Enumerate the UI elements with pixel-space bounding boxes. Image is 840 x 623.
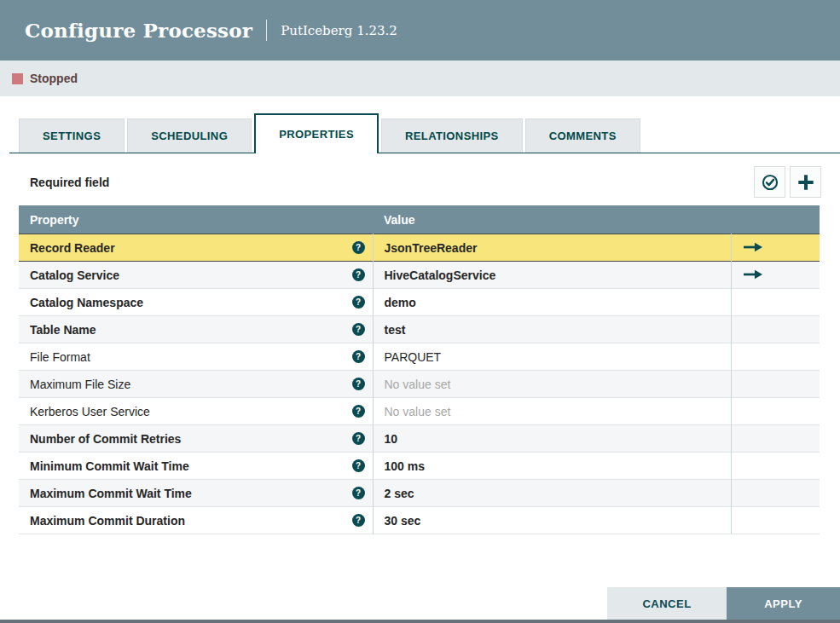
property-value-cell[interactable]: demo xyxy=(373,289,731,316)
property-value: 2 sec xyxy=(374,487,414,500)
property-name-cell: Catalog Service? xyxy=(19,262,373,289)
property-row[interactable]: Maximum File Size?No value set xyxy=(19,371,820,398)
property-value-cell[interactable]: 10 xyxy=(373,425,731,453)
property-value: PARQUET xyxy=(374,350,442,364)
help-icon[interactable]: ? xyxy=(352,241,365,254)
property-name: Maximum Commit Wait Time xyxy=(30,487,192,500)
goto-service-button[interactable] xyxy=(732,241,820,255)
property-row[interactable]: Maximum Commit Wait Time?2 sec xyxy=(19,480,820,507)
properties-table: Property Value Record Reader?JsonTreeRea… xyxy=(19,205,820,534)
help-icon[interactable]: ? xyxy=(352,323,365,336)
property-name: Table Name xyxy=(30,323,96,337)
property-value: 10 xyxy=(374,432,398,446)
cancel-button[interactable]: CANCEL xyxy=(607,587,727,620)
help-icon[interactable]: ? xyxy=(352,487,365,499)
value-column-header: Value xyxy=(373,205,731,234)
goto-cell xyxy=(731,398,820,425)
property-value-cell[interactable]: JsonTreeReader xyxy=(373,234,731,262)
dialog-content: SETTINGSSCHEDULINGPROPERTIESRELATIONSHIP… xyxy=(0,113,840,534)
property-name: Number of Commit Retries xyxy=(30,432,181,446)
help-icon[interactable]: ? xyxy=(352,432,365,445)
help-icon[interactable]: ? xyxy=(352,514,365,527)
property-value-cell[interactable]: No value set xyxy=(373,398,731,425)
property-name-cell: Maximum Commit Wait Time? xyxy=(19,480,373,507)
processor-type-version: PutIceberg 1.23.2 xyxy=(281,23,397,38)
footer-buttons: CANCEL APPLY xyxy=(607,587,840,620)
property-value: HiveCatalogService xyxy=(374,268,496,282)
property-value: 30 sec xyxy=(374,514,421,528)
property-name-cell: Minimum Commit Wait Time? xyxy=(19,453,373,480)
help-icon[interactable]: ? xyxy=(352,459,365,472)
goto-cell xyxy=(731,453,820,480)
goto-service-button[interactable] xyxy=(732,268,820,282)
property-value: 100 ms xyxy=(374,459,425,473)
tab-scheduling[interactable]: SCHEDULING xyxy=(127,118,252,153)
tab-label: RELATIONSHIPS xyxy=(405,130,499,142)
property-row[interactable]: Minimum Commit Wait Time?100 ms xyxy=(19,453,820,480)
property-value: test xyxy=(374,323,406,337)
tab-bar: SETTINGSSCHEDULINGPROPERTIESRELATIONSHIP… xyxy=(9,113,840,153)
tab-relationships[interactable]: RELATIONSHIPS xyxy=(381,118,523,153)
dialog-bottom-edge xyxy=(0,620,840,623)
property-value-cell[interactable]: test xyxy=(373,316,731,343)
property-value-cell[interactable]: 100 ms xyxy=(373,453,731,480)
property-value-cell[interactable]: 30 sec xyxy=(373,507,731,534)
property-name: Minimum Commit Wait Time xyxy=(30,459,189,473)
tab-properties[interactable]: PROPERTIES xyxy=(254,113,379,153)
property-row[interactable]: Number of Commit Retries?10 xyxy=(19,425,820,453)
goto-cell xyxy=(731,480,820,507)
tab-label: COMMENTS xyxy=(549,130,617,142)
property-value-cell[interactable]: No value set xyxy=(373,371,731,398)
property-row[interactable]: Record Reader?JsonTreeReader xyxy=(19,234,820,262)
add-property-button[interactable] xyxy=(790,166,821,198)
table-header-row: Property Value xyxy=(19,205,820,234)
property-name: Catalog Service xyxy=(30,268,119,282)
tab-comments[interactable]: COMMENTS xyxy=(525,118,640,153)
tab-label: PROPERTIES xyxy=(279,128,354,141)
tab-settings[interactable]: SETTINGS xyxy=(19,118,125,153)
property-row[interactable]: Maximum Commit Duration?30 sec xyxy=(19,507,820,534)
property-value-cell[interactable]: PARQUET xyxy=(373,343,731,371)
property-name-cell: File Format? xyxy=(19,343,373,371)
check-circle-icon xyxy=(761,173,779,192)
goto-cell xyxy=(731,371,820,398)
help-icon[interactable]: ? xyxy=(352,378,365,390)
property-row[interactable]: Catalog Service?HiveCatalogService xyxy=(19,262,820,289)
help-icon[interactable]: ? xyxy=(352,296,365,309)
property-value-cell[interactable]: HiveCatalogService xyxy=(373,262,731,289)
property-name-cell: Number of Commit Retries? xyxy=(19,425,373,453)
apply-button[interactable]: APPLY xyxy=(727,587,840,620)
goto-cell xyxy=(731,234,820,262)
goto-cell xyxy=(731,289,820,316)
goto-cell xyxy=(731,425,820,453)
property-row[interactable]: File Format?PARQUET xyxy=(19,343,820,371)
arrow-right-icon xyxy=(744,268,763,282)
help-icon[interactable]: ? xyxy=(352,268,365,281)
arrow-right-icon xyxy=(744,241,763,255)
property-value: No value set xyxy=(374,378,451,391)
goto-cell xyxy=(731,262,820,289)
dialog-header: Configure Processor PutIceberg 1.23.2 xyxy=(0,0,840,61)
property-value: demo xyxy=(374,296,416,309)
property-name-cell: Maximum File Size? xyxy=(19,371,373,398)
property-name-cell: Maximum Commit Duration? xyxy=(19,507,373,534)
help-icon[interactable]: ? xyxy=(352,405,365,418)
property-name-cell: Kerberos User Service? xyxy=(19,398,373,425)
goto-cell xyxy=(731,316,820,343)
property-row[interactable]: Catalog Namespace?demo xyxy=(19,289,820,316)
required-field-label: Required field xyxy=(19,176,109,189)
property-name: Maximum Commit Duration xyxy=(30,514,185,528)
property-row[interactable]: Table Name?test xyxy=(19,316,820,343)
property-value: JsonTreeReader xyxy=(374,241,478,255)
property-name: File Format xyxy=(30,350,90,364)
verify-properties-button[interactable] xyxy=(754,166,785,198)
goto-column-header xyxy=(731,205,820,234)
property-row[interactable]: Kerberos User Service?No value set xyxy=(19,398,820,425)
property-value: No value set xyxy=(374,405,451,418)
property-value-cell[interactable]: 2 sec xyxy=(373,480,731,507)
status-bar: Stopped xyxy=(0,61,840,96)
property-name: Record Reader xyxy=(30,241,115,255)
status-label: Stopped xyxy=(30,72,78,85)
tab-label: SCHEDULING xyxy=(151,130,228,142)
help-icon[interactable]: ? xyxy=(352,350,365,363)
